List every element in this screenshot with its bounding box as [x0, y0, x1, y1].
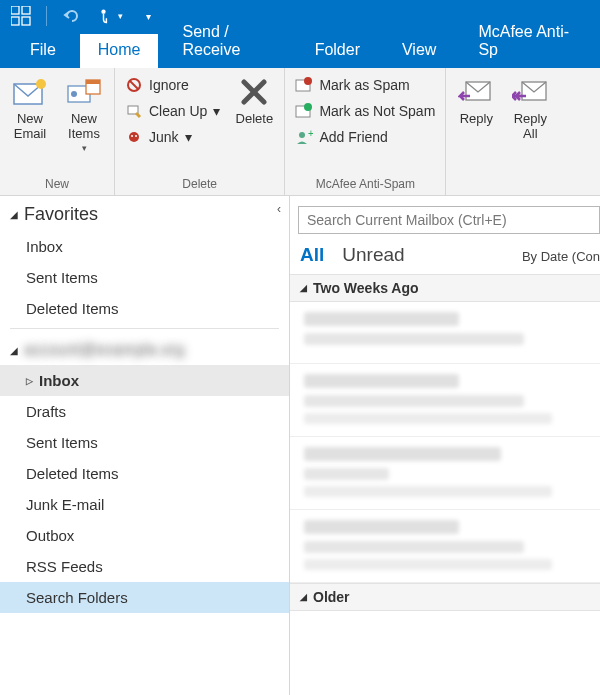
envelope-icon	[12, 74, 48, 110]
tab-mcafee[interactable]: McAfee Anti-Sp	[460, 16, 588, 68]
reply-label: Reply	[460, 112, 493, 127]
new-items-icon	[66, 74, 102, 110]
search-input[interactable]: Search Current Mailbox (Ctrl+E)	[298, 206, 600, 234]
reply-button[interactable]: Reply	[452, 72, 500, 129]
group-label: Two Weeks Ago	[313, 280, 419, 296]
svg-point-8	[71, 91, 77, 97]
folder-label: Inbox	[39, 372, 79, 389]
group-older[interactable]: ◢ Older	[290, 583, 600, 611]
junk-icon	[125, 128, 143, 146]
expand-tri-icon[interactable]: ▷	[26, 376, 33, 386]
ribbon-group-spam: Mark as Spam Mark as Not Spam + Add Frie…	[285, 68, 446, 195]
fav-deleted[interactable]: Deleted Items	[0, 293, 289, 324]
add-friend-button[interactable]: + Add Friend	[291, 126, 439, 148]
tab-send-receive[interactable]: Send / Receive	[164, 16, 290, 68]
mark-spam-button[interactable]: Mark as Spam	[291, 74, 439, 96]
folder-deleted[interactable]: Deleted Items	[0, 458, 289, 489]
folder-rss[interactable]: RSS Feeds	[0, 551, 289, 582]
tab-file[interactable]: File	[12, 34, 74, 68]
separator	[46, 6, 47, 26]
collapse-tri-icon: ◢	[300, 592, 307, 602]
delete-button[interactable]: Delete	[230, 72, 278, 129]
mark-spam-label: Mark as Spam	[319, 77, 409, 93]
collapse-tri-icon: ◢	[10, 209, 18, 220]
svg-point-14	[129, 132, 139, 142]
svg-line-12	[130, 81, 138, 89]
ribbon: New Email New Items ▾ New Ignore Clea	[0, 68, 600, 196]
qat-customize-icon[interactable]: ▾	[135, 3, 161, 29]
filter-all[interactable]: All	[300, 244, 324, 266]
new-items-label: New Items	[68, 112, 100, 142]
tab-home[interactable]: Home	[80, 34, 159, 68]
mark-not-spam-label: Mark as Not Spam	[319, 103, 435, 119]
tab-folder[interactable]: Folder	[297, 34, 378, 68]
reply-all-button[interactable]: Reply All	[506, 72, 554, 144]
group-label-delete: Delete	[121, 175, 278, 193]
folder-inbox[interactable]: ▷ Inbox	[0, 365, 289, 396]
fav-sent[interactable]: Sent Items	[0, 262, 289, 293]
body: ‹ ◢ Favorites Inbox Sent Items Deleted I…	[0, 196, 600, 695]
junk-label: Junk	[149, 129, 179, 145]
collapse-nav-icon[interactable]: ‹	[277, 202, 281, 216]
folder-sent[interactable]: Sent Items	[0, 427, 289, 458]
ribbon-group-delete: Ignore Clean Up ▾ Junk ▾ Delete	[115, 68, 285, 195]
account-label: account@example.org	[24, 341, 184, 359]
chevron-down-icon: ▾	[82, 143, 87, 153]
cleanup-label: Clean Up	[149, 103, 207, 119]
svg-point-15	[131, 135, 133, 137]
favorites-label: Favorites	[24, 204, 98, 225]
svg-rect-2	[11, 17, 19, 25]
ignore-button[interactable]: Ignore	[121, 74, 224, 96]
chevron-down-icon: ▾	[213, 103, 220, 119]
fav-inbox[interactable]: Inbox	[0, 231, 289, 262]
svg-point-16	[135, 135, 137, 137]
app-icon[interactable]	[8, 3, 34, 29]
svg-point-20	[304, 77, 312, 85]
search-placeholder: Search Current Mailbox (Ctrl+E)	[307, 212, 507, 228]
navigation-pane: ‹ ◢ Favorites Inbox Sent Items Deleted I…	[0, 196, 290, 695]
svg-text:+: +	[308, 129, 313, 139]
ignore-icon	[125, 76, 143, 94]
filter-unread[interactable]: Unread	[342, 244, 404, 266]
folder-search-folders[interactable]: Search Folders	[0, 582, 289, 613]
message-item[interactable]	[290, 510, 600, 583]
new-items-button[interactable]: New Items ▾	[60, 72, 108, 155]
group-two-weeks-ago[interactable]: ◢ Two Weeks Ago	[290, 274, 600, 302]
add-friend-icon: +	[295, 128, 313, 146]
message-list-pane: Search Current Mailbox (Ctrl+E) All Unre…	[290, 196, 600, 695]
group-label-respond	[452, 175, 554, 193]
group-label-new: New	[6, 175, 108, 193]
favorites-header[interactable]: ◢ Favorites	[0, 196, 289, 231]
group-label: Older	[313, 589, 350, 605]
folder-drafts[interactable]: Drafts	[0, 396, 289, 427]
svg-point-23	[299, 132, 305, 138]
reply-icon	[458, 74, 494, 110]
collapse-tri-icon: ◢	[300, 283, 307, 293]
sort-by[interactable]: By Date (Con	[522, 249, 600, 264]
ribbon-group-respond: Reply Reply All	[446, 68, 560, 195]
undo-icon[interactable]	[59, 3, 85, 29]
account-header[interactable]: ◢ account@example.org	[0, 333, 289, 365]
new-email-button[interactable]: New Email	[6, 72, 54, 144]
message-item[interactable]	[290, 437, 600, 510]
cleanup-button[interactable]: Clean Up ▾	[121, 100, 224, 122]
mark-not-spam-button[interactable]: Mark as Not Spam	[291, 100, 439, 122]
svg-point-6	[36, 79, 46, 89]
collapse-tri-icon: ◢	[10, 345, 18, 356]
message-item[interactable]	[290, 302, 600, 364]
tab-view[interactable]: View	[384, 34, 454, 68]
filter-bar: All Unread By Date (Con	[290, 242, 600, 274]
folder-junk[interactable]: Junk E-mail	[0, 489, 289, 520]
delete-x-icon	[236, 74, 272, 110]
touch-mode-icon[interactable]: ▾	[97, 3, 123, 29]
delete-label: Delete	[236, 112, 274, 127]
message-item[interactable]	[290, 364, 600, 437]
svg-rect-0	[11, 6, 19, 14]
svg-point-22	[304, 103, 312, 111]
add-friend-label: Add Friend	[319, 129, 387, 145]
svg-rect-1	[22, 6, 30, 14]
folder-outbox[interactable]: Outbox	[0, 520, 289, 551]
group-label-spam: McAfee Anti-Spam	[291, 175, 439, 193]
spam-icon	[295, 76, 313, 94]
junk-button[interactable]: Junk ▾	[121, 126, 224, 148]
